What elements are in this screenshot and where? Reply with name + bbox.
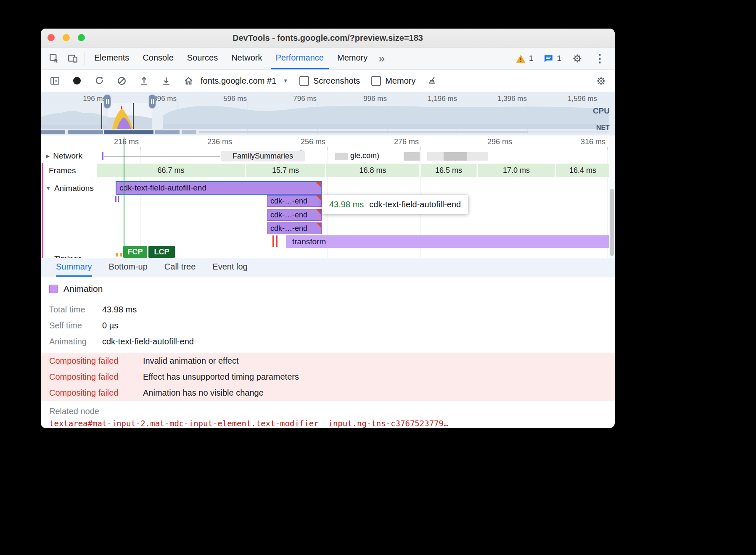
ruler-tick [140, 147, 141, 150]
scrollbar-thumb[interactable] [610, 189, 614, 256]
related-node-link[interactable]: textarea#mat-input-2.mat-mdc-input-eleme… [49, 419, 615, 428]
total-time-value: 43.98 ms [102, 305, 615, 314]
frame-cell[interactable]: 16.8 ms [326, 164, 420, 177]
tab-console[interactable]: Console [137, 48, 178, 69]
network-request-partial[interactable]: gle.com) [350, 151, 379, 160]
network-request-bar[interactable] [427, 152, 488, 161]
animations-track-header[interactable]: ▼ Animations [46, 184, 94, 193]
screenshots-checkbox [299, 76, 309, 86]
animation-bar-text: cdk-…-end [270, 197, 307, 206]
ruler-tick [420, 147, 421, 150]
compositing-failed-label: Compositing failed [49, 388, 143, 398]
self-time-row: Self time 0 µs [49, 317, 615, 333]
capture-settings-gear-icon[interactable] [595, 75, 606, 86]
animation-bar[interactable]: cdk-…-end [267, 195, 322, 207]
timings-track-header[interactable]: ▼ Timings [46, 254, 82, 258]
selection-handle-left[interactable] [104, 95, 111, 108]
frame-cell[interactable]: 17.0 ms [478, 164, 555, 177]
tab-call-tree[interactable]: Call tree [164, 258, 196, 277]
animation-bar-text: cdk-…-end [270, 211, 307, 219]
ruler-tick [327, 147, 328, 150]
zoom-button[interactable] [78, 34, 85, 41]
home-icon [183, 75, 194, 86]
animation-bar[interactable]: cdk-…-end [267, 222, 322, 234]
window-title: DevTools - fonts.google.com/?preview.siz… [233, 33, 423, 43]
clear-icon[interactable] [116, 75, 127, 86]
kebab-menu-icon[interactable]: ⋮ [590, 52, 610, 65]
animations-track-label: Animations [54, 184, 94, 193]
timeline-overview[interactable]: 196 ms 396 ms 596 ms 796 ms 996 ms 1,196… [41, 92, 615, 135]
ruler-tick-label: 276 ms [380, 137, 419, 146]
tab-performance[interactable]: Performance [271, 48, 329, 69]
garbage-collect-icon[interactable] [427, 75, 438, 86]
animation-bar-text: cdk-text-field-autofill-end [119, 183, 206, 193]
tab-summary[interactable]: Summary [56, 258, 92, 277]
tab-event-log[interactable]: Event log [212, 258, 247, 277]
toggle-sidebar-icon[interactable] [49, 75, 60, 86]
animation-bar-selected[interactable]: cdk-text-field-autofill-end [116, 181, 322, 195]
drawer-tabbar: Summary Bottom-up Call tree Event log [41, 258, 615, 277]
tab-elements[interactable]: Elements [89, 48, 134, 69]
category-label: Animation [63, 284, 103, 294]
network-request[interactable]: FamilySummaries [221, 151, 305, 161]
animation-bar-text: cdk-…-end [270, 224, 307, 233]
desktop-background: DevTools - fonts.google.com/?preview.siz… [0, 0, 756, 555]
inspect-element-icon[interactable] [45, 48, 63, 69]
console-messages-counter[interactable]: 1 [540, 53, 565, 64]
overview-time-label: 196 ms [68, 95, 106, 103]
tab-network[interactable]: Network [226, 48, 267, 69]
device-toolbar-icon[interactable] [63, 48, 82, 69]
warning-corner-icon [316, 195, 322, 201]
cpu-overview-chart [41, 92, 615, 135]
frame-cell[interactable]: 16.5 ms [420, 164, 477, 177]
timeline-ruler: 216 ms 236 ms 256 ms 276 ms 296 ms 316 m… [41, 135, 615, 150]
network-request-bar[interactable] [335, 153, 348, 160]
save-profile-icon[interactable] [161, 75, 172, 86]
transform-animation-bar[interactable]: transform [286, 235, 609, 248]
expanded-arrow-icon: ▼ [46, 256, 51, 258]
screenshots-label: Screenshots [313, 76, 360, 86]
total-time-row: Total time 43.98 ms [49, 301, 615, 317]
animation-tooltip: 43.98 ms cdk-text-field-autofill-end [322, 195, 468, 214]
minimize-button[interactable] [63, 34, 70, 41]
compositing-failed-reason: Invalid animation or effect [143, 356, 615, 366]
memory-checkbox-group[interactable]: Memory [371, 76, 415, 86]
timings-track-label: Timings [54, 254, 82, 258]
self-time-value: 0 µs [102, 321, 615, 330]
tab-memory[interactable]: Memory [332, 48, 373, 69]
warning-corner-icon [316, 209, 322, 215]
frame-cell[interactable]: 16.4 ms [556, 164, 610, 177]
tabbar-right-controls: 1 1 ⋮ [512, 48, 611, 69]
record-and-reload-icon[interactable] [94, 75, 105, 86]
screenshots-checkbox-group[interactable]: Screenshots [299, 76, 360, 86]
profile-selector[interactable]: fonts.google.com #1 ▼ [183, 75, 288, 86]
animating-row: Animating cdk-text-field-autofill-end [49, 333, 615, 349]
settings-gear-icon[interactable] [568, 53, 587, 64]
scrollbar-track[interactable] [609, 135, 615, 258]
load-profile-icon[interactable] [138, 75, 149, 86]
close-button[interactable] [48, 34, 55, 41]
animating-label: Animating [49, 337, 102, 346]
network-request-bar[interactable] [404, 152, 420, 161]
ruler-tick-label: 216 ms [100, 137, 139, 146]
warnings-counter[interactable]: 1 [512, 53, 537, 64]
tab-sources[interactable]: Sources [182, 48, 223, 69]
animation-bar[interactable]: cdk-…-end [267, 209, 322, 221]
network-track-header[interactable]: ▶ Network [46, 151, 82, 161]
network-event-tick [102, 152, 103, 160]
summary-panel: Animation Total time 43.98 ms Self time … [41, 277, 615, 428]
tab-bottom-up[interactable]: Bottom-up [109, 258, 148, 277]
net-track-label: NET [596, 124, 610, 132]
ruler-tick-label: 256 ms [287, 137, 325, 146]
more-tabs-icon[interactable]: » [374, 48, 389, 69]
frame-cell[interactable]: 66.7 ms [97, 164, 245, 177]
record-icon[interactable] [71, 75, 82, 86]
compositing-failed-label: Compositing failed [49, 372, 143, 382]
selection-handle-right[interactable] [149, 95, 156, 108]
frame-cell[interactable]: 15.7 ms [246, 164, 325, 177]
profile-name: fonts.google.com #1 [201, 76, 276, 86]
category-row: Animation [49, 284, 615, 294]
compositing-warning-row: Compositing failed Animation has no visi… [41, 385, 615, 401]
fcp-badge: FCP [123, 246, 147, 258]
warning-icon [515, 53, 526, 64]
